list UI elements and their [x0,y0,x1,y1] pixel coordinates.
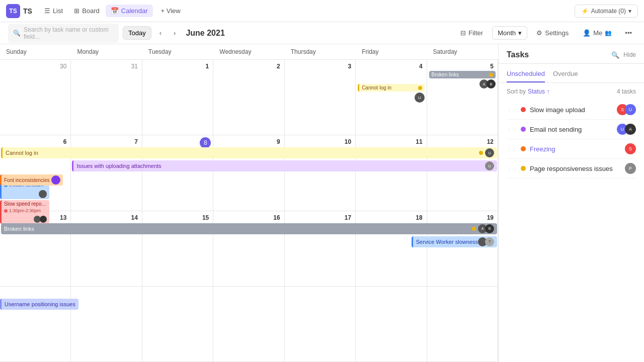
task-avatar-1b: U [625,104,636,115]
drag-handle: ⋮⋮ [507,107,517,113]
date-jun24 [287,289,353,291]
date-jun12: 12 [429,137,496,146]
toolbar: 🔍 Search by task name or custom field...… [0,22,644,44]
event-font-inconsistencies[interactable]: Font inconsistencies [0,174,63,186]
event-label: Broken links [4,226,34,232]
tasks-tabs: Unscheduled Overdue [499,64,644,83]
me-icon: 👤 [583,29,591,37]
cell-jun17: 17 [285,211,356,286]
day-header-fri: Friday [356,44,427,59]
tasks-header: Tasks 🔍 Hide [499,44,644,64]
task-name-4: Page responsiveness issues [530,165,621,172]
calendar-area: Sunday Monday Tuesday Wednesday Thursday… [0,44,498,362]
next-month-button[interactable]: › [170,27,180,39]
settings-label: Settings [545,29,569,37]
tab-board-label: Board [82,7,100,15]
sort-status-button[interactable]: Status ↑ [528,88,549,95]
avatar-2: ? [485,237,494,246]
search-box[interactable]: 🔍 Search by task name or custom field... [8,24,119,43]
task-item-2[interactable]: ⋮⋮ Email not sending U A [507,120,636,139]
settings-icon: ⚙ [536,29,542,37]
date-jun4: 4 [358,62,424,71]
task-avatar-2b: A [625,124,636,135]
cell-may30: 30 [0,60,71,135]
cell-jun8: 8 [142,135,213,210]
event-label: Font inconsistencies [4,177,50,183]
today-button[interactable]: Today [123,26,151,40]
cell-jun23 [213,287,284,361]
task-status-dot-4 [521,166,526,171]
tasks-tab-overdue[interactable]: Overdue [553,68,578,82]
prev-month-button[interactable]: ‹ [155,27,166,39]
date-jun19: 19 [429,213,496,222]
event-label: Slow speed repo… [4,201,47,207]
task-item-1[interactable]: ⋮⋮ Slow image upload S U [507,100,636,120]
date-jun10: 10 [287,137,353,146]
event-broken-links-row3[interactable]: Broken links A B [1,223,497,234]
cell-jun9: 9 [213,135,284,210]
date-jun26 [429,289,496,291]
app-icon: TS [6,4,20,18]
calendar-row-3: 13 14 15 16 17 18 19 Broken links A B [0,211,498,287]
event-label: Broken links [432,72,459,77]
event-avatar [51,175,60,185]
sort-label: Sort by [507,88,526,95]
task-avatar-4: P [625,163,636,174]
me-button[interactable]: 👤 Me 👥 [578,27,617,39]
tasks-search-icon[interactable]: 🔍 [611,51,619,59]
month-chevron: ▾ [518,29,522,37]
cell-jun10: 10 [285,135,356,210]
calendar-row-2: 6 7 8 9 10 11 12 Cannot log in U [0,135,498,211]
event-cannot-log-in-fri[interactable]: Cannot log in [358,84,424,92]
cell-jun1: 1 [142,60,213,135]
event-label: Username positioning issues [5,301,75,307]
tab-list-label: List [53,7,63,15]
add-view-button[interactable]: + View [156,5,186,17]
tasks-tab-unscheduled[interactable]: Unscheduled [507,68,545,82]
task-item-3[interactable]: ⋮⋮ Freezing S [507,139,636,159]
filter-button[interactable]: ⊟ Filter [455,27,488,39]
tab-list[interactable]: ☰ List [39,5,68,17]
month-button[interactable]: Month ▾ [492,26,527,40]
main-layout: Sunday Monday Tuesday Wednesday Thursday… [0,44,644,362]
tasks-count: 4 tasks [617,88,636,95]
event-avatar [39,190,47,198]
automate-button[interactable]: ⚡ Automate (0) ▾ [575,5,638,18]
search-placeholder: Search by task name or custom field... [24,26,114,40]
date-jun7: 7 [73,137,139,146]
cell-jun4: 4 Cannot log in U [356,60,427,135]
cell-jun13: 13 [0,211,71,286]
date-jun25 [358,289,424,291]
drag-handle: ⋮⋮ [507,166,517,171]
tasks-title: Tasks [507,50,611,59]
day-header-thu: Thursday [285,44,356,59]
event-username-positioning[interactable]: Username positioning issues [0,299,78,310]
cell-jun12: 12 [427,135,498,210]
day-headers: Sunday Monday Tuesday Wednesday Thursday… [0,44,498,60]
tab-calendar-label: Calendar [121,7,148,15]
settings-button[interactable]: ⚙ Settings [531,27,574,39]
event-avatar-2: B [487,79,496,88]
top-nav: TS TS ☰ List ⊞ Board 📅 Calendar + View ⚡… [0,0,644,22]
tab-board[interactable]: ⊞ Board [69,5,105,17]
event-avatar: U [415,93,425,103]
task-name-3: Freezing [530,145,621,153]
cell-jun21 [71,287,142,361]
tasks-sort: Sort by Status ↑ 4 tasks [499,83,644,100]
calendar-title: June 2021 [186,29,224,38]
cell-jun25 [356,287,427,361]
task-item-4[interactable]: ⋮⋮ Page responsiveness issues P [507,159,636,178]
date-jun9: 9 [215,137,282,146]
board-icon: ⊞ [74,7,79,15]
tab-calendar[interactable]: 📅 Calendar [106,5,153,17]
date-jun17: 17 [287,213,353,222]
cell-jun5: 5 Broken links A B [427,60,498,135]
cell-jun2: 2 [213,60,284,135]
event-broken-links-row1[interactable]: Broken links [429,71,496,78]
event-service-worker[interactable]: Service Worker slowness ? [412,236,497,247]
event-label: Cannot log in [362,85,391,90]
automate-icon: ⚡ [581,8,589,15]
more-button[interactable]: ••• [621,27,636,39]
tasks-hide-button[interactable]: Hide [623,51,636,58]
cell-jun26 [427,287,498,361]
